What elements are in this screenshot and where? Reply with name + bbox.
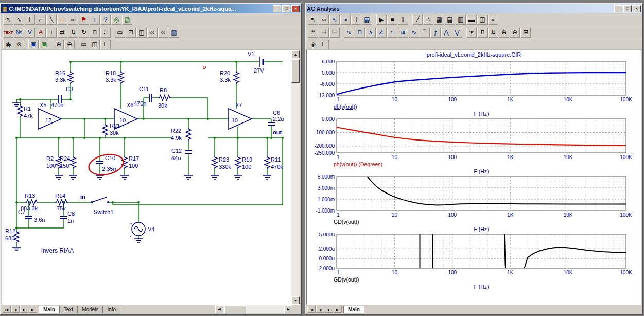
tag-right-icon[interactable]: ⊢ (329, 28, 340, 38)
label-X7-gain[interactable]: -10 (230, 117, 238, 124)
horizontal-scrollbar[interactable]: ◀ ▶ (215, 305, 292, 313)
text-tool-icon[interactable]: T (351, 15, 361, 25)
label-C8[interactable]: C8 (67, 210, 75, 217)
function-icon[interactable]: ƒ (430, 28, 441, 38)
flag-mode-icon[interactable]: ⚑ (79, 15, 89, 25)
region-select-icon[interactable]: ▭ (115, 28, 125, 38)
chart-svg-2[interactable]: 5.000m3.000m1.000m-1.000m1101001K10K100K… (308, 175, 641, 233)
ic-chip-icon[interactable]: 68 (319, 15, 329, 25)
node-voltages-icon[interactable]: V (25, 28, 35, 38)
tab-info[interactable]: Info (102, 306, 120, 313)
line-tool-icon[interactable]: ╱ (412, 15, 423, 25)
vertical-scroll-track[interactable] (291, 58, 300, 296)
spectrum-down-icon[interactable]: ⋁ (452, 28, 462, 38)
copy-to-clipboard-icon[interactable]: ▣ (28, 40, 39, 49)
restore-button[interactable]: □ (623, 5, 632, 12)
label-C8-value[interactable]: 1n (67, 218, 74, 224)
first-page-button[interactable]: |◀ (307, 306, 316, 313)
properties-icon[interactable]: ▤ (362, 15, 372, 25)
label-V1-value[interactable]: 27V (254, 67, 264, 74)
text-stencil-icon[interactable]: TEXT (3, 28, 13, 38)
marker-tool-icon[interactable]: ∴ (423, 15, 433, 25)
label-R16-value[interactable]: 3.3k (55, 77, 66, 83)
ac-analysis-titlebar[interactable]: AC Analysis _ □ × (306, 4, 642, 13)
label-C6[interactable]: C6 (273, 110, 280, 116)
label-C11-value[interactable]: 470n (134, 100, 146, 107)
schematic-canvas[interactable]: V1 27V R16 3.3k C3 470n R18 3.3k C11 470… (2, 50, 291, 304)
zoom-out-icon[interactable]: ⊖ (64, 40, 75, 49)
graphics-mode-icon[interactable]: ▱ (57, 15, 67, 25)
tab-main[interactable]: Main (39, 306, 60, 313)
sine-wave-icon[interactable]: ∿ (344, 28, 354, 38)
first-page-button[interactable]: |◀ (3, 306, 11, 313)
label-R17[interactable]: R17 (129, 155, 139, 162)
prev-page-button[interactable]: ◀ (11, 306, 20, 313)
label-V4[interactable]: V4 (148, 226, 154, 232)
label-R23-value[interactable]: 330k (219, 164, 231, 170)
vertical-scrollbar[interactable]: ▲ ▼ (291, 50, 300, 304)
data-grid-icon[interactable]: ▦ (434, 15, 444, 25)
label-invers-riaa[interactable]: invers RIAA (41, 247, 74, 254)
label-X5[interactable]: X5 (40, 102, 46, 108)
label-R12[interactable]: R12 (5, 228, 15, 234)
gaussian-icon[interactable]: ⌒ (420, 28, 430, 38)
label-R14-value[interactable]: 75k (57, 205, 66, 212)
label-R24[interactable]: R24 (60, 155, 70, 162)
label-R21[interactable]: R21 (110, 122, 120, 129)
label-R12-value[interactable]: 680 (5, 235, 14, 241)
add-part-icon[interactable]: + (46, 28, 57, 38)
last-page-button[interactable]: ▶| (29, 306, 37, 313)
waveform-select-icon[interactable]: ≈ (340, 15, 351, 25)
scope-probe-icon[interactable]: ∿ (329, 15, 340, 25)
label-R13[interactable]: R13 (25, 192, 35, 199)
text-mode-icon[interactable]: T (25, 15, 35, 25)
label-C12[interactable]: C12 (171, 148, 182, 154)
select-tool-icon[interactable]: ↖ (3, 15, 13, 25)
panel-rows-icon[interactable]: ▬ (466, 15, 477, 25)
prev-page-button[interactable]: ◀ (316, 306, 324, 313)
hash-grid-icon[interactable]: # (308, 28, 318, 38)
source-symbol[interactable] (132, 222, 145, 236)
close-button[interactable]: × (291, 5, 300, 12)
label-R16[interactable]: R16 (55, 70, 65, 76)
diagonal-wire-icon[interactable]: ╲ (46, 15, 57, 25)
zoom-fit-icon[interactable]: ⊞ (520, 28, 531, 38)
tag-left-icon[interactable]: ⊣ (319, 28, 329, 38)
rotate-icon[interactable]: ↻ (79, 28, 89, 38)
tab-main[interactable]: Main (343, 306, 364, 313)
exit-circle-icon[interactable]: ⊗ (14, 40, 24, 49)
find-next-icon[interactable]: ∞ (158, 28, 168, 38)
next-page-button[interactable]: ▶ (325, 306, 333, 313)
minimize-button[interactable]: _ (614, 5, 622, 12)
annotate-icon[interactable]: ◈ (308, 40, 318, 49)
step-box-icon[interactable]: ⊓ (90, 28, 100, 38)
label-R14[interactable]: R14 (55, 192, 65, 199)
schematic-window-titlebar[interactable]: ▦ C:\MC9\DATA\Petrov\switching distortio… (1, 4, 301, 13)
p-key-icon[interactable]: 'P' (466, 28, 477, 38)
label-R18[interactable]: R18 (106, 70, 116, 76)
noise-wave-icon[interactable]: ≈ (387, 28, 397, 38)
label-C6-value[interactable]: 2.2u (273, 116, 284, 122)
switch-symbol[interactable] (91, 197, 109, 203)
window-system-icon[interactable]: ▦ (2, 6, 7, 12)
fm-wave-icon[interactable]: ∿ (409, 28, 419, 38)
label-R2[interactable]: R2 (46, 155, 54, 162)
label-X6-gain[interactable]: 10 (119, 117, 126, 124)
label-X7[interactable]: X7 (235, 102, 242, 108)
chart-svg-1[interactable]: 0.000-100.000-200.000-250.0001101001K10K… (308, 117, 641, 175)
go-to-peak-icon[interactable]: ⇈ (477, 28, 488, 38)
spectrum-up-icon[interactable]: ⋀ (441, 28, 451, 38)
scroll-up-button[interactable]: ▲ (291, 50, 300, 58)
label-R1-value[interactable]: 47k (24, 113, 33, 119)
flip-horizontal-icon[interactable]: ⇄ (57, 28, 67, 38)
select-tool-icon[interactable]: ↖ (308, 15, 318, 25)
scroll-left-button[interactable]: ◀ (215, 305, 223, 313)
picture-mode-icon[interactable]: ▧ (122, 15, 132, 25)
label-R19-value[interactable]: 100 (242, 164, 251, 170)
curve-GD(v(out))[interactable] (364, 175, 626, 205)
label-R22[interactable]: R22 (171, 128, 181, 134)
triangle-wave-icon[interactable]: ∧ (365, 28, 376, 38)
grid-dots-icon[interactable]: ∷ (100, 28, 111, 38)
waveform-label[interactable]: GD(v(out)) (334, 219, 359, 225)
label-X5-gain[interactable]: 12 (45, 117, 51, 124)
